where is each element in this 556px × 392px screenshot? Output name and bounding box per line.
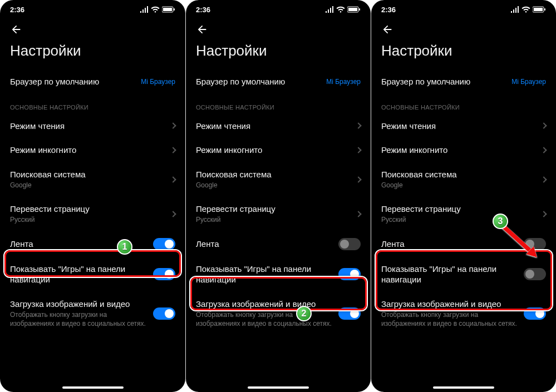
page-title: Настройки	[371, 37, 556, 70]
row-default-browser[interactable]: Браузер по умолчанию Mi Браузер	[186, 70, 371, 94]
download-media-sub: Отображать кнопку загрузки на изображени…	[196, 311, 333, 328]
phone-screen-1: 2:36 Настройки Браузер по умолчанию Mi Б…	[0, 0, 185, 392]
gesture-bar[interactable]	[433, 386, 494, 389]
download-media-label: Загрузка изображений и видео	[381, 299, 518, 310]
signal-icon	[325, 6, 334, 13]
clock: 2:36	[10, 6, 24, 14]
default-browser-value: Mi Браузер	[141, 78, 175, 86]
row-search-engine[interactable]: Поисковая система Google	[0, 162, 185, 197]
default-browser-value: Mi Браузер	[326, 78, 361, 86]
chevron-right-icon	[540, 211, 547, 217]
row-show-games[interactable]: Показывать "Игры" на панели навигации	[186, 257, 371, 292]
battery-icon	[162, 6, 175, 13]
row-default-browser[interactable]: Браузер по умолчанию Mi Браузер	[371, 70, 556, 94]
chevron-right-icon	[540, 147, 547, 153]
row-feed[interactable]: Лента	[0, 231, 185, 257]
row-reading-mode[interactable]: Режим чтения	[186, 114, 371, 138]
back-row	[186, 19, 371, 37]
show-games-label: Показывать "Игры" на панели навигации	[10, 264, 147, 285]
status-icons	[325, 6, 361, 13]
back-icon[interactable]	[381, 23, 546, 36]
status-icons	[510, 6, 546, 13]
row-search-engine[interactable]: Поисковая система Google	[186, 162, 371, 197]
games-toggle[interactable]	[153, 268, 175, 280]
svg-rect-5	[359, 8, 360, 11]
section-main-header: ОСНОВНЫЕ НАСТРОЙКИ	[371, 94, 556, 114]
chevron-right-icon	[540, 176, 547, 182]
feed-label: Лента	[10, 239, 147, 250]
svg-rect-8	[544, 8, 545, 11]
row-feed[interactable]: Лента	[186, 231, 371, 257]
chevron-right-icon	[540, 123, 547, 129]
back-icon[interactable]	[10, 23, 175, 36]
row-download-media[interactable]: Загрузка изображений и видео Отображать …	[186, 292, 371, 335]
row-translate[interactable]: Перевести страницу Русский	[0, 197, 185, 231]
status-bar: 2:36	[0, 0, 185, 19]
search-engine-label: Поисковая система	[381, 169, 536, 180]
incognito-mode-label: Режим инкогнито	[10, 145, 165, 156]
chevron-right-icon	[355, 123, 361, 129]
back-row	[0, 19, 185, 37]
default-browser-label: Браузер по умолчанию	[10, 76, 135, 87]
feed-toggle[interactable]	[153, 238, 175, 250]
feed-toggle[interactable]	[524, 238, 546, 250]
default-browser-label: Браузер по умолчанию	[196, 76, 321, 87]
chevron-right-icon	[170, 176, 176, 182]
row-download-media[interactable]: Загрузка изображений и видео Отображать …	[0, 292, 185, 335]
chevron-right-icon	[355, 176, 361, 182]
incognito-mode-label: Режим инкогнито	[196, 145, 351, 156]
games-toggle[interactable]	[524, 268, 546, 280]
feed-label: Лента	[381, 239, 518, 250]
chevron-right-icon	[170, 211, 176, 217]
chevron-right-icon	[355, 211, 361, 217]
row-default-browser[interactable]: Браузер по умолчанию Mi Браузер	[0, 70, 185, 94]
translate-value: Русский	[196, 216, 351, 225]
row-translate[interactable]: Перевести страницу Русский	[371, 197, 556, 231]
row-show-games[interactable]: Показывать "Игры" на панели навигации	[371, 257, 556, 292]
row-search-engine[interactable]: Поисковая система Google	[371, 162, 556, 197]
translate-label: Перевести страницу	[196, 204, 351, 215]
download-media-sub: Отображать кнопку загрузки на изображени…	[381, 311, 518, 328]
row-feed[interactable]: Лента	[371, 231, 556, 257]
back-icon[interactable]	[196, 23, 361, 36]
clock: 2:36	[196, 6, 210, 14]
row-download-media[interactable]: Загрузка изображений и видео Отображать …	[371, 292, 556, 335]
search-engine-value: Google	[196, 181, 351, 190]
download-media-label: Загрузка изображений и видео	[196, 299, 333, 310]
row-incognito-mode[interactable]: Режим инкогнито	[0, 138, 185, 162]
section-main-header: ОСНОВНЫЕ НАСТРОЙКИ	[186, 94, 371, 114]
gesture-bar[interactable]	[62, 386, 124, 389]
translate-label: Перевести страницу	[381, 204, 536, 215]
svg-rect-2	[174, 8, 175, 11]
download-media-toggle[interactable]	[338, 307, 361, 320]
download-media-sub: Отображать кнопку загрузки на изображени…	[10, 311, 147, 328]
section-main-header: ОСНОВНЫЕ НАСТРОЙКИ	[0, 94, 185, 114]
row-reading-mode[interactable]: Режим чтения	[371, 114, 556, 138]
download-media-toggle[interactable]	[153, 307, 175, 320]
row-show-games[interactable]: Показывать "Игры" на панели навигации	[0, 257, 185, 292]
feed-toggle[interactable]	[338, 238, 361, 250]
row-incognito-mode[interactable]: Режим инкогнито	[186, 138, 371, 162]
svg-rect-7	[534, 8, 543, 11]
show-games-label: Показывать "Игры" на панели навигации	[381, 264, 518, 285]
chevron-right-icon	[170, 147, 176, 153]
page-title: Настройки	[0, 37, 185, 70]
gesture-bar[interactable]	[248, 386, 309, 389]
signal-icon	[510, 6, 519, 13]
download-media-toggle[interactable]	[524, 307, 546, 320]
page-title: Настройки	[186, 37, 371, 70]
wifi-icon	[336, 6, 345, 13]
row-translate[interactable]: Перевести страницу Русский	[186, 197, 371, 231]
games-toggle[interactable]	[338, 268, 361, 280]
phone-screen-3: 2:36 Настройки Браузер по умолчанию Mi Б…	[371, 0, 556, 392]
wifi-icon	[521, 6, 530, 13]
reading-mode-label: Режим чтения	[196, 121, 351, 132]
reading-mode-label: Режим чтения	[381, 121, 536, 132]
chevron-right-icon	[170, 123, 176, 129]
search-engine-value: Google	[381, 181, 536, 190]
wifi-icon	[151, 6, 160, 13]
search-engine-label: Поисковая система	[196, 169, 351, 180]
row-incognito-mode[interactable]: Режим инкогнито	[371, 138, 556, 162]
row-reading-mode[interactable]: Режим чтения	[0, 114, 185, 138]
show-games-label: Показывать "Игры" на панели навигации	[196, 264, 333, 285]
